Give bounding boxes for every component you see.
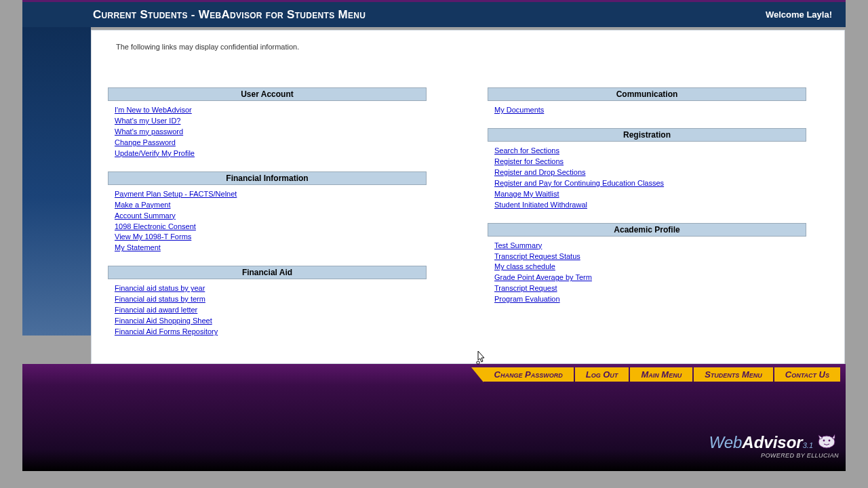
link-item[interactable]: Change Password [115, 138, 176, 148]
link-item[interactable]: Make a Payment [115, 200, 171, 211]
right-section-links: Test SummaryTranscript Request StatusMy … [494, 241, 806, 306]
left-section-links: Financial aid status by yearFinancial ai… [115, 283, 427, 338]
link-item[interactable]: Test Summary [494, 241, 542, 251]
right-section-links: My Documents [494, 105, 806, 116]
left-section-head: Financial Aid [108, 266, 427, 279]
link-item[interactable]: Transcript Request Status [494, 251, 580, 262]
left-section-head: User Account [108, 87, 427, 101]
left-column: User AccountI'm New to WebAdvisorWhat's … [108, 87, 427, 350]
footer-logo: WebAdvisor3.1 POWERED BY ELLUCIAN [709, 432, 839, 459]
logo-web: Web [709, 433, 742, 451]
right-section-head: Academic Profile [488, 223, 806, 237]
welcome-text: Welcome Layla! [766, 9, 832, 20]
link-item[interactable]: Payment Plan Setup - FACTS/Nelnet [115, 189, 237, 200]
nav-tab-students-menu[interactable]: Students Menu [694, 367, 773, 382]
svg-point-1 [823, 440, 825, 442]
link-item[interactable]: What's my User ID? [115, 116, 180, 127]
link-item[interactable]: My Statement [115, 243, 161, 253]
body-row: The following links may display confiden… [22, 27, 846, 364]
link-item[interactable]: Register and Drop Sections [494, 167, 586, 178]
nav-tabs: Change PasswordLog OutMain MenuStudents … [484, 367, 840, 382]
link-item[interactable]: Search for Sections [494, 146, 559, 157]
right-section-links: Search for SectionsRegister for Sections… [494, 146, 806, 211]
link-item[interactable]: View My 1098-T Forms [115, 232, 191, 243]
mascot-icon [817, 432, 839, 450]
link-item[interactable]: Register for Sections [494, 157, 564, 167]
nav-tab-contact-us[interactable]: Contact Us [774, 367, 840, 382]
left-section-links: I'm New to WebAdvisorWhat's my User ID?W… [115, 105, 427, 159]
link-item[interactable]: 1098 Electronic Consent [115, 222, 196, 232]
link-item[interactable]: What's my password [115, 127, 183, 138]
link-item[interactable]: Financial aid status by year [115, 283, 205, 294]
left-section-head: Financial Information [108, 171, 427, 185]
link-item[interactable]: Financial Aid Shopping Sheet [115, 316, 212, 327]
link-item[interactable]: Program Evaluation [494, 294, 560, 305]
confidential-notice: The following links may display confiden… [108, 39, 828, 67]
footer-nav-wrap: Change PasswordLog OutMain MenuStudents … [22, 364, 846, 471]
columns: User AccountI'm New to WebAdvisorWhat's … [108, 67, 828, 350]
link-item[interactable]: Financial Aid Forms Repository [115, 327, 218, 338]
link-item[interactable]: Update/Verify My Profile [115, 148, 195, 159]
left-rail [22, 27, 91, 336]
powered-by: POWERED BY ELLUCIAN [709, 452, 839, 459]
nav-tab-change-password[interactable]: Change Password [484, 367, 574, 382]
page-title: Current Students - WebAdvisor for Studen… [93, 8, 366, 22]
right-section-head: Registration [488, 128, 806, 142]
right-section-head: Communication [488, 87, 806, 101]
svg-point-2 [829, 440, 831, 442]
webadvisor-logo: WebAdvisor3.1 [709, 433, 813, 452]
link-item[interactable]: Manage My Waitlist [494, 189, 559, 200]
link-item[interactable]: Grade Point Average by Term [494, 272, 592, 283]
link-item[interactable]: My class schedule [494, 262, 555, 272]
link-item[interactable]: Financial aid award letter [115, 305, 197, 316]
header-bar: Current Students - WebAdvisor for Studen… [22, 2, 846, 27]
link-item[interactable]: Financial aid status by term [115, 294, 205, 305]
nav-tab-log-out[interactable]: Log Out [575, 367, 629, 382]
nav-tab-main-menu[interactable]: Main Menu [630, 367, 692, 382]
link-item[interactable]: My Documents [494, 105, 544, 116]
content-panel: The following links may display confiden… [91, 30, 845, 364]
link-item[interactable]: Transcript Request [494, 283, 557, 294]
link-item[interactable]: I'm New to WebAdvisor [115, 105, 192, 116]
left-section-links: Payment Plan Setup - FACTS/NelnetMake a … [115, 189, 427, 254]
link-item[interactable]: Account Summary [115, 211, 176, 222]
link-item[interactable]: Student Initiated Withdrawal [494, 200, 587, 211]
logo-advisor: Advisor [742, 433, 802, 451]
app-frame: Current Students - WebAdvisor for Studen… [22, 0, 846, 471]
logo-version: 3.1 [803, 441, 813, 449]
link-item[interactable]: Register and Pay for Continuing Educatio… [494, 178, 664, 189]
right-column: CommunicationMy DocumentsRegistrationSea… [488, 87, 806, 350]
